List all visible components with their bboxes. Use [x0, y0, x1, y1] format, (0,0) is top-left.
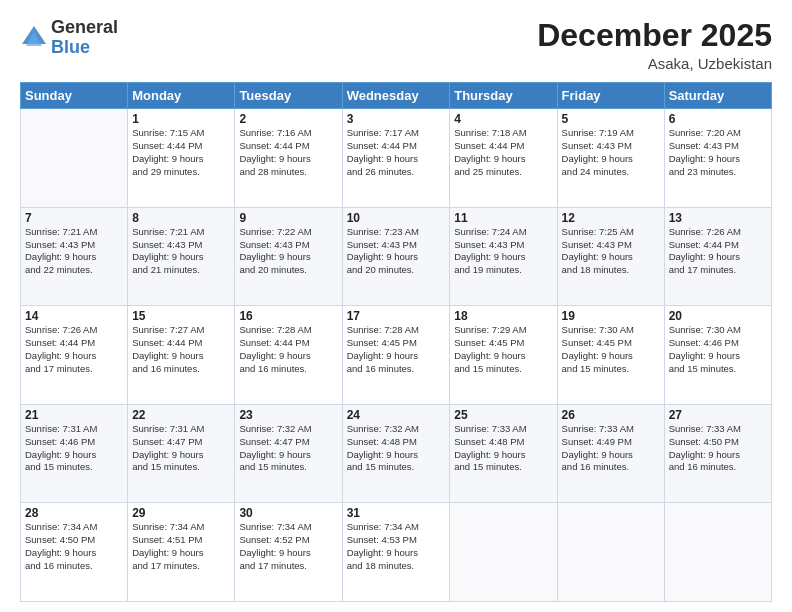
weekday-header-thursday: Thursday: [450, 83, 557, 109]
day-number: 26: [562, 408, 660, 422]
day-number: 29: [132, 506, 230, 520]
day-info: Sunrise: 7:26 AM Sunset: 4:44 PM Dayligh…: [669, 226, 767, 277]
calendar-cell: 19Sunrise: 7:30 AM Sunset: 4:45 PM Dayli…: [557, 306, 664, 405]
logo-text: General Blue: [51, 18, 118, 58]
weekday-header-friday: Friday: [557, 83, 664, 109]
day-number: 12: [562, 211, 660, 225]
weekday-header-saturday: Saturday: [664, 83, 771, 109]
day-number: 30: [239, 506, 337, 520]
calendar-cell: 10Sunrise: 7:23 AM Sunset: 4:43 PM Dayli…: [342, 207, 450, 306]
weekday-header-row: SundayMondayTuesdayWednesdayThursdayFrid…: [21, 83, 772, 109]
day-number: 13: [669, 211, 767, 225]
day-info: Sunrise: 7:23 AM Sunset: 4:43 PM Dayligh…: [347, 226, 446, 277]
calendar-cell: 20Sunrise: 7:30 AM Sunset: 4:46 PM Dayli…: [664, 306, 771, 405]
day-number: 16: [239, 309, 337, 323]
day-info: Sunrise: 7:27 AM Sunset: 4:44 PM Dayligh…: [132, 324, 230, 375]
calendar-cell: [664, 503, 771, 602]
calendar-cell: 6Sunrise: 7:20 AM Sunset: 4:43 PM Daylig…: [664, 109, 771, 208]
calendar-cell: 18Sunrise: 7:29 AM Sunset: 4:45 PM Dayli…: [450, 306, 557, 405]
calendar-cell: 17Sunrise: 7:28 AM Sunset: 4:45 PM Dayli…: [342, 306, 450, 405]
calendar-cell: 28Sunrise: 7:34 AM Sunset: 4:50 PM Dayli…: [21, 503, 128, 602]
calendar-cell: 16Sunrise: 7:28 AM Sunset: 4:44 PM Dayli…: [235, 306, 342, 405]
calendar-cell: 27Sunrise: 7:33 AM Sunset: 4:50 PM Dayli…: [664, 404, 771, 503]
day-info: Sunrise: 7:19 AM Sunset: 4:43 PM Dayligh…: [562, 127, 660, 178]
calendar-cell: 31Sunrise: 7:34 AM Sunset: 4:53 PM Dayli…: [342, 503, 450, 602]
calendar-cell: 15Sunrise: 7:27 AM Sunset: 4:44 PM Dayli…: [128, 306, 235, 405]
calendar-cell: 3Sunrise: 7:17 AM Sunset: 4:44 PM Daylig…: [342, 109, 450, 208]
day-number: 21: [25, 408, 123, 422]
day-number: 27: [669, 408, 767, 422]
calendar-cell: 23Sunrise: 7:32 AM Sunset: 4:47 PM Dayli…: [235, 404, 342, 503]
calendar-week-row: 28Sunrise: 7:34 AM Sunset: 4:50 PM Dayli…: [21, 503, 772, 602]
day-number: 31: [347, 506, 446, 520]
calendar-cell: 22Sunrise: 7:31 AM Sunset: 4:47 PM Dayli…: [128, 404, 235, 503]
page: General Blue December 2025 Asaka, Uzbeki…: [0, 0, 792, 612]
day-number: 7: [25, 211, 123, 225]
calendar-cell: 8Sunrise: 7:21 AM Sunset: 4:43 PM Daylig…: [128, 207, 235, 306]
day-info: Sunrise: 7:18 AM Sunset: 4:44 PM Dayligh…: [454, 127, 552, 178]
calendar-cell: 2Sunrise: 7:16 AM Sunset: 4:44 PM Daylig…: [235, 109, 342, 208]
calendar-cell: 26Sunrise: 7:33 AM Sunset: 4:49 PM Dayli…: [557, 404, 664, 503]
day-info: Sunrise: 7:33 AM Sunset: 4:49 PM Dayligh…: [562, 423, 660, 474]
calendar-cell: 12Sunrise: 7:25 AM Sunset: 4:43 PM Dayli…: [557, 207, 664, 306]
calendar-cell: 13Sunrise: 7:26 AM Sunset: 4:44 PM Dayli…: [664, 207, 771, 306]
day-info: Sunrise: 7:28 AM Sunset: 4:44 PM Dayligh…: [239, 324, 337, 375]
calendar-cell: 21Sunrise: 7:31 AM Sunset: 4:46 PM Dayli…: [21, 404, 128, 503]
calendar-cell: 7Sunrise: 7:21 AM Sunset: 4:43 PM Daylig…: [21, 207, 128, 306]
day-number: 25: [454, 408, 552, 422]
weekday-header-tuesday: Tuesday: [235, 83, 342, 109]
calendar-cell: 25Sunrise: 7:33 AM Sunset: 4:48 PM Dayli…: [450, 404, 557, 503]
calendar-cell: 29Sunrise: 7:34 AM Sunset: 4:51 PM Dayli…: [128, 503, 235, 602]
day-info: Sunrise: 7:31 AM Sunset: 4:47 PM Dayligh…: [132, 423, 230, 474]
day-info: Sunrise: 7:29 AM Sunset: 4:45 PM Dayligh…: [454, 324, 552, 375]
day-number: 19: [562, 309, 660, 323]
day-info: Sunrise: 7:24 AM Sunset: 4:43 PM Dayligh…: [454, 226, 552, 277]
day-info: Sunrise: 7:17 AM Sunset: 4:44 PM Dayligh…: [347, 127, 446, 178]
day-number: 10: [347, 211, 446, 225]
calendar-cell: [557, 503, 664, 602]
calendar-week-row: 7Sunrise: 7:21 AM Sunset: 4:43 PM Daylig…: [21, 207, 772, 306]
day-info: Sunrise: 7:30 AM Sunset: 4:46 PM Dayligh…: [669, 324, 767, 375]
day-info: Sunrise: 7:25 AM Sunset: 4:43 PM Dayligh…: [562, 226, 660, 277]
calendar-cell: 14Sunrise: 7:26 AM Sunset: 4:44 PM Dayli…: [21, 306, 128, 405]
day-info: Sunrise: 7:34 AM Sunset: 4:53 PM Dayligh…: [347, 521, 446, 572]
day-number: 15: [132, 309, 230, 323]
month-title: December 2025: [537, 18, 772, 53]
day-number: 9: [239, 211, 337, 225]
day-info: Sunrise: 7:30 AM Sunset: 4:45 PM Dayligh…: [562, 324, 660, 375]
day-number: 22: [132, 408, 230, 422]
calendar-cell: [21, 109, 128, 208]
logo: General Blue: [20, 18, 118, 58]
logo-general: General: [51, 18, 118, 38]
day-info: Sunrise: 7:26 AM Sunset: 4:44 PM Dayligh…: [25, 324, 123, 375]
day-number: 14: [25, 309, 123, 323]
weekday-header-sunday: Sunday: [21, 83, 128, 109]
day-info: Sunrise: 7:15 AM Sunset: 4:44 PM Dayligh…: [132, 127, 230, 178]
day-info: Sunrise: 7:34 AM Sunset: 4:51 PM Dayligh…: [132, 521, 230, 572]
day-info: Sunrise: 7:34 AM Sunset: 4:52 PM Dayligh…: [239, 521, 337, 572]
calendar-week-row: 1Sunrise: 7:15 AM Sunset: 4:44 PM Daylig…: [21, 109, 772, 208]
day-number: 20: [669, 309, 767, 323]
logo-icon: [20, 24, 48, 52]
day-number: 1: [132, 112, 230, 126]
calendar-cell: 4Sunrise: 7:18 AM Sunset: 4:44 PM Daylig…: [450, 109, 557, 208]
day-info: Sunrise: 7:32 AM Sunset: 4:48 PM Dayligh…: [347, 423, 446, 474]
calendar-table: SundayMondayTuesdayWednesdayThursdayFrid…: [20, 82, 772, 602]
day-info: Sunrise: 7:22 AM Sunset: 4:43 PM Dayligh…: [239, 226, 337, 277]
day-info: Sunrise: 7:31 AM Sunset: 4:46 PM Dayligh…: [25, 423, 123, 474]
calendar-cell: 30Sunrise: 7:34 AM Sunset: 4:52 PM Dayli…: [235, 503, 342, 602]
title-block: December 2025 Asaka, Uzbekistan: [537, 18, 772, 72]
header: General Blue December 2025 Asaka, Uzbeki…: [20, 18, 772, 72]
day-info: Sunrise: 7:21 AM Sunset: 4:43 PM Dayligh…: [25, 226, 123, 277]
day-info: Sunrise: 7:33 AM Sunset: 4:48 PM Dayligh…: [454, 423, 552, 474]
calendar-cell: 1Sunrise: 7:15 AM Sunset: 4:44 PM Daylig…: [128, 109, 235, 208]
day-number: 6: [669, 112, 767, 126]
day-number: 17: [347, 309, 446, 323]
day-info: Sunrise: 7:21 AM Sunset: 4:43 PM Dayligh…: [132, 226, 230, 277]
calendar-cell: 9Sunrise: 7:22 AM Sunset: 4:43 PM Daylig…: [235, 207, 342, 306]
logo-blue: Blue: [51, 38, 118, 58]
location-subtitle: Asaka, Uzbekistan: [537, 55, 772, 72]
day-number: 11: [454, 211, 552, 225]
day-number: 28: [25, 506, 123, 520]
day-number: 24: [347, 408, 446, 422]
